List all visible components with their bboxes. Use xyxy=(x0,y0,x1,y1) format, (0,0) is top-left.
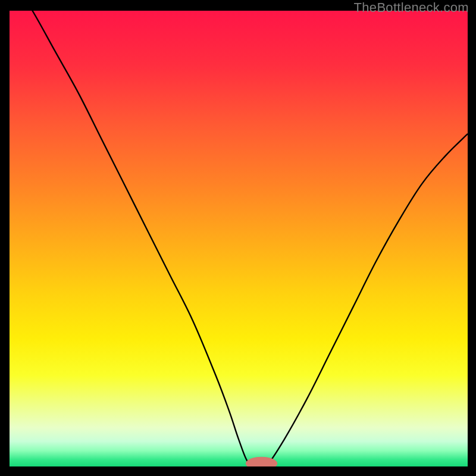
bottleneck-chart xyxy=(10,11,468,466)
gradient-background xyxy=(10,11,468,466)
watermark-text: TheBottleneck.com xyxy=(354,0,469,15)
chart-frame xyxy=(10,11,468,466)
plot-area xyxy=(10,11,468,466)
